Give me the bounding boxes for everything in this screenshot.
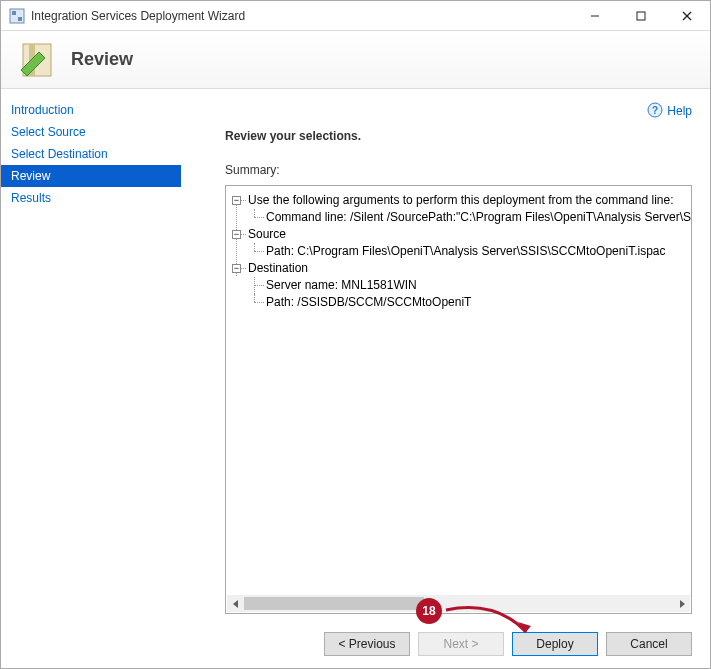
tree-dest-server: Server name: MNL1581WIN xyxy=(266,278,417,292)
app-icon xyxy=(9,8,25,24)
previous-button[interactable]: < Previous xyxy=(324,632,410,656)
sidebar-item-results[interactable]: Results xyxy=(1,187,181,209)
cancel-button[interactable]: Cancel xyxy=(606,632,692,656)
window-title: Integration Services Deployment Wizard xyxy=(31,9,572,23)
wizard-step-icon xyxy=(17,40,57,80)
wizard-header: Review xyxy=(1,31,710,89)
help-link[interactable]: Help xyxy=(667,104,692,118)
wizard-body: Introduction Select Source Select Destin… xyxy=(1,89,710,668)
tree-collapse-icon[interactable]: − xyxy=(232,196,241,205)
sidebar-item-select-source[interactable]: Select Source xyxy=(1,121,181,143)
scroll-right-icon[interactable] xyxy=(673,595,690,612)
svg-rect-2 xyxy=(18,17,22,21)
tree-cmdline-value: Command line: /Silent /SourcePath:"C:\Pr… xyxy=(266,210,691,224)
tree-cmdline-heading: Use the following arguments to perform t… xyxy=(248,193,674,207)
tree-dest-path: Path: /SSISDB/SCCM/SCCMtoOpeniT xyxy=(266,295,471,309)
minimize-button[interactable] xyxy=(572,1,618,31)
wizard-window: Integration Services Deployment Wizard R… xyxy=(0,0,711,669)
content-pane: ? Help Review your selections. Summary: … xyxy=(181,89,710,668)
summary-tree[interactable]: − Use the following arguments to perform… xyxy=(225,185,692,614)
svg-rect-4 xyxy=(637,12,645,20)
page-title: Review xyxy=(71,49,133,70)
scroll-left-icon[interactable] xyxy=(227,595,244,612)
tree-source-path: Path: C:\Program Files\OpeniT\Analysis S… xyxy=(266,244,665,258)
sidebar-item-review[interactable]: Review xyxy=(1,165,181,187)
tree-collapse-icon[interactable]: − xyxy=(232,230,241,239)
tree-dest-heading: Destination xyxy=(248,261,308,275)
sidebar: Introduction Select Source Select Destin… xyxy=(1,89,181,668)
scroll-thumb[interactable] xyxy=(244,597,424,610)
section-heading: Review your selections. xyxy=(225,123,692,163)
summary-label: Summary: xyxy=(225,163,692,185)
sidebar-item-introduction[interactable]: Introduction xyxy=(1,99,181,121)
svg-rect-1 xyxy=(12,11,16,15)
annotation-arrow-icon xyxy=(441,600,541,650)
help-icon[interactable]: ? xyxy=(647,102,663,121)
tree-source-heading: Source xyxy=(248,227,286,241)
tree-collapse-icon[interactable]: − xyxy=(232,264,241,273)
maximize-button[interactable] xyxy=(618,1,664,31)
annotation-badge: 18 xyxy=(416,598,442,624)
close-button[interactable] xyxy=(664,1,710,31)
svg-text:?: ? xyxy=(652,105,658,116)
sidebar-item-select-destination[interactable]: Select Destination xyxy=(1,143,181,165)
titlebar: Integration Services Deployment Wizard xyxy=(1,1,710,31)
